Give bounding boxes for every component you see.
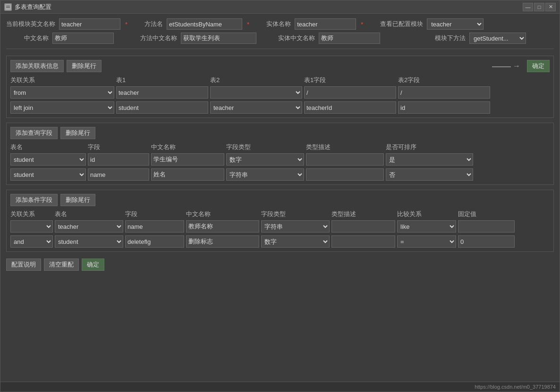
entity-label: 实体名称 <box>266 20 291 28</box>
cond-r0-desc-cell <box>331 220 395 233</box>
minimize-button[interactable]: — <box>523 3 533 11</box>
cond-th-desc: 类型描述 <box>331 210 395 218</box>
cond-r0-type-select[interactable]: 数字 字符串 <box>261 220 330 233</box>
join-r1-field2-input[interactable] <box>398 101 490 114</box>
entity-input[interactable] <box>295 18 356 30</box>
add-cond-button[interactable]: 添加条件字段 <box>10 194 58 206</box>
cond-r0-cn-input[interactable] <box>186 220 259 233</box>
entity-cn-label: 实体中文名称 <box>278 34 315 42</box>
query-r1-cn-cell <box>151 168 224 181</box>
del-query-button[interactable]: 删除尾行 <box>60 127 95 139</box>
cn-name-input[interactable] <box>52 33 114 44</box>
divider-1 <box>6 49 554 49</box>
main-window: 多表查询配置 — □ ✕ 当前模块英文名称 * 方法名 * 实体名称 * 查看已… <box>0 0 560 392</box>
cond-th-fixed: 固定值 <box>458 210 515 218</box>
join-r0-table1-input[interactable] <box>116 86 208 99</box>
cond-r0-field-input[interactable] <box>125 220 184 233</box>
cond-th-table: 表名 <box>55 210 123 218</box>
module-en-label: 当前模块英文名称 <box>6 20 55 28</box>
cond-row-0: and or teacher student <box>10 220 550 233</box>
query-r0-cn-input[interactable] <box>151 153 224 166</box>
del-join-button[interactable]: 删除尾行 <box>67 60 102 72</box>
query-r0-type-cell: 数字 字符串 日期 <box>226 153 304 166</box>
join-r1-table2-select[interactable]: teacher student <box>210 101 302 114</box>
title-bar: 多表查询配置 — □ ✕ <box>0 0 560 14</box>
cond-r0-compare-cell: like = != > < <box>397 220 456 233</box>
del-cond-button[interactable]: 删除尾行 <box>60 194 95 206</box>
cond-btn-row: 添加条件字段 删除尾行 <box>10 194 550 206</box>
cond-r1-type-select[interactable]: 数字 字符串 <box>261 235 330 248</box>
query-r1-type-cell: 数字 字符串 <box>226 168 304 181</box>
view-module-select[interactable]: teacher <box>427 18 484 30</box>
explain-button[interactable]: 配置说明 <box>6 259 41 271</box>
cond-th-relation: 关联关系 <box>10 210 53 218</box>
cond-r1-fixed-input[interactable] <box>458 235 515 248</box>
join-th-table2: 表2 <box>210 76 302 84</box>
join-r1-field1-cell <box>304 101 396 114</box>
add-query-button[interactable]: 添加查询字段 <box>10 127 58 139</box>
query-r1-table-select[interactable]: student teacher <box>10 168 86 181</box>
query-r0-type-select[interactable]: 数字 字符串 日期 <box>226 153 304 166</box>
query-r0-table-select[interactable]: student teacher <box>10 153 86 166</box>
add-join-button[interactable]: 添加关联表信息 <box>10 60 64 72</box>
query-btn-row: 添加查询字段 删除尾行 <box>10 127 550 139</box>
cond-r1-relation-select[interactable]: and or <box>10 235 53 248</box>
req-mark-2: * <box>247 21 249 28</box>
cond-r1-field-cell <box>125 235 184 248</box>
cond-r0-fixed-input[interactable] <box>458 220 515 233</box>
query-r1-cn-input[interactable] <box>151 168 224 181</box>
query-r1-sort-select[interactable]: 是 否 <box>386 168 473 181</box>
query-th-type: 字段类型 <box>226 143 304 151</box>
cond-r1-field-input[interactable] <box>125 235 184 248</box>
query-row-1: student teacher 数字 字符串 <box>10 168 550 181</box>
query-r0-table-cell: student teacher <box>10 153 86 166</box>
cond-r0-relation-select[interactable]: and or <box>10 220 53 233</box>
join-r1-table1-input[interactable] <box>116 101 208 114</box>
cond-th-compare: 比较关系 <box>397 210 456 218</box>
join-table-header: 关联关系 表1 表2 表1字段 表2字段 <box>10 74 550 86</box>
query-r1-type-select[interactable]: 数字 字符串 <box>226 168 304 181</box>
reset-button[interactable]: 清空重配 <box>44 259 79 271</box>
join-r0-field2-cell <box>398 86 490 99</box>
module-en-input[interactable] <box>59 18 120 30</box>
method-cn-input[interactable] <box>181 33 256 44</box>
cond-r1-table-select[interactable]: teacher student <box>55 235 123 248</box>
header-row-2: 中文名称 方法中文名称 实体中文名称 模块下方法 getStudent... <box>6 33 554 44</box>
cond-r1-cn-input[interactable] <box>186 235 259 248</box>
join-r0-field2-input[interactable] <box>398 86 490 99</box>
cond-r0-desc-input[interactable] <box>331 220 395 233</box>
join-r0-field1-input[interactable] <box>304 86 396 99</box>
query-r1-desc-input[interactable] <box>306 168 384 181</box>
cond-r0-compare-select[interactable]: like = != > < <box>397 220 456 233</box>
cond-r1-relation-cell: and or <box>10 235 53 248</box>
cond-r1-desc-input[interactable] <box>331 235 395 248</box>
join-r0-table1-cell <box>116 86 208 99</box>
method-label: 方法名 <box>144 20 163 28</box>
cond-r1-compare-select[interactable]: like = != <box>397 235 456 248</box>
bottom-confirm-button[interactable]: 确定 <box>82 259 104 271</box>
join-r0-table2-select[interactable]: teacher student <box>210 86 302 99</box>
cond-th-cn: 中文名称 <box>186 210 259 218</box>
cond-r0-table-select[interactable]: teacher student <box>55 220 123 233</box>
cond-r0-table-cell: teacher student <box>55 220 123 233</box>
close-button[interactable]: ✕ <box>545 3 556 11</box>
module-method-select[interactable]: getStudent... <box>469 33 526 44</box>
svg-rect-2 <box>6 7 10 8</box>
maximize-button[interactable]: □ <box>534 3 544 11</box>
query-r0-field-cell <box>88 153 149 166</box>
entity-cn-input[interactable] <box>319 33 380 44</box>
join-r0-relation-select[interactable]: from left join inner join <box>10 86 114 99</box>
join-r1-relation-select[interactable]: from left join inner join <box>10 101 114 114</box>
footer-url: https://blog.csdn.net/m0_37719874 <box>475 384 556 390</box>
method-input[interactable] <box>167 18 242 30</box>
query-th-table: 表名 <box>10 143 86 151</box>
query-r0-desc-input[interactable] <box>306 153 384 166</box>
method-cn-label: 方法中文名称 <box>140 34 177 42</box>
query-r0-sort-select[interactable]: 是 否 <box>386 153 473 166</box>
query-r1-field-input[interactable] <box>88 168 149 181</box>
query-r0-field-input[interactable] <box>88 153 149 166</box>
join-r1-field1-input[interactable] <box>304 101 396 114</box>
join-confirm-button[interactable]: 确定 <box>527 60 550 72</box>
req-mark-3: * <box>361 21 363 28</box>
cond-r1-desc-cell <box>331 235 395 248</box>
